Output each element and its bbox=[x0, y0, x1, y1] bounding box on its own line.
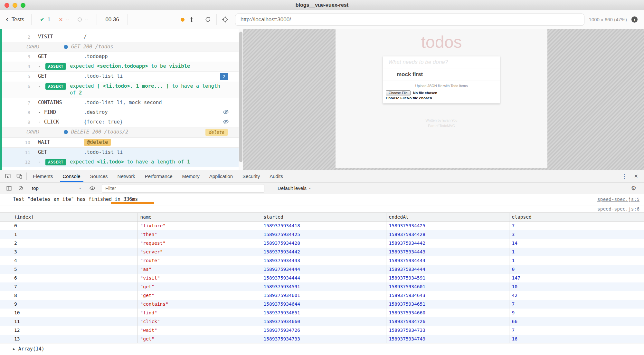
recording-dot-icon bbox=[181, 18, 185, 22]
column-header: elapsed bbox=[509, 213, 644, 222]
devtools-tabbar: ElementsConsoleSourcesNetworkPerformance… bbox=[0, 170, 644, 182]
table-row: 13"get"1589375934733158937593474916 bbox=[0, 335, 644, 343]
command-row[interactable]: (XHR)GET 200 /todos bbox=[2, 42, 239, 52]
command-row[interactable]: 8- FIND.destroy bbox=[2, 108, 239, 117]
log-levels-selector[interactable]: Default levels ▾ bbox=[278, 185, 311, 191]
devtools-close-button[interactable]: ✕ bbox=[631, 173, 644, 179]
tab-elements[interactable]: Elements bbox=[28, 170, 58, 182]
console-toolbar: top ▾ Default levels ▾ ⚙ bbox=[0, 182, 644, 194]
tab-audits[interactable]: Audits bbox=[265, 170, 288, 182]
line-number: 3 bbox=[2, 53, 30, 60]
xhr-description: DELETE 200 /todos/2 bbox=[71, 129, 128, 135]
command-args: @delete bbox=[84, 139, 239, 146]
table-row: 9"contains"158937593464415893759346517 bbox=[0, 300, 644, 309]
url-input[interactable] bbox=[235, 14, 584, 26]
choose-file-button[interactable]: Choose File bbox=[386, 90, 411, 95]
console-output: Test "deletes an ite" has finished in 33… bbox=[0, 194, 644, 355]
file-status-label: No file chosen bbox=[413, 91, 437, 95]
line-number: 8 bbox=[2, 109, 30, 116]
console-sidebar-toggle[interactable] bbox=[3, 182, 15, 194]
inspect-element-button[interactable] bbox=[2, 170, 14, 182]
orange-highlight-marker bbox=[111, 202, 154, 204]
hidden-eye-icon bbox=[223, 119, 229, 125]
auto-scroll-indicator[interactable] bbox=[176, 16, 199, 23]
command-row[interactable]: 9- CLICK{force: true} bbox=[2, 117, 239, 127]
file-input-line[interactable]: Choose FileNo file chosen bbox=[383, 96, 500, 103]
todo-list-item[interactable]: mock first bbox=[383, 68, 500, 81]
cell-endedAt: 1589375934444 bbox=[386, 256, 509, 265]
chevron-down-icon: ▾ bbox=[79, 187, 81, 190]
cell-index: 11 bbox=[0, 317, 137, 326]
tab-security[interactable]: Security bbox=[238, 170, 265, 182]
reporter-scrollbar[interactable] bbox=[239, 29, 243, 170]
cell-endedAt: 1589375934425 bbox=[386, 222, 509, 230]
refresh-button[interactable] bbox=[199, 10, 216, 29]
tab-performance[interactable]: Performance bbox=[140, 170, 177, 182]
console-filter-input[interactable] bbox=[102, 184, 264, 192]
clear-icon bbox=[18, 185, 24, 191]
window-title: blogs__vue-vuex-rest bbox=[0, 0, 644, 10]
command-row[interactable]: 10WAIT@delete bbox=[2, 137, 239, 147]
device-toolbar-button[interactable] bbox=[14, 170, 25, 182]
console-message-row: Test "deletes an ite" has finished in 33… bbox=[0, 194, 644, 205]
chevron-left-icon: ‹ bbox=[6, 15, 9, 23]
crosshair-icon bbox=[222, 16, 229, 23]
command-row[interactable]: 5GET.todo-list li2 bbox=[2, 71, 239, 82]
route-alias-badge: delete bbox=[205, 129, 228, 136]
command-row[interactable]: 2VISIT/ bbox=[2, 32, 239, 42]
command-row[interactable]: 7CONTAINS.todo-list li, mock second bbox=[2, 98, 239, 108]
tab-sources[interactable]: Sources bbox=[85, 170, 113, 182]
cell-index: 9 bbox=[0, 300, 137, 309]
source-link[interactable]: speed-spec.js:6 bbox=[597, 206, 641, 212]
console-settings-gear-icon[interactable]: ⚙ bbox=[631, 185, 641, 192]
info-icon[interactable]: i bbox=[631, 16, 638, 23]
cell-endedAt: 1589375934651 bbox=[386, 300, 509, 309]
command-row[interactable]: 3GET.todoapp bbox=[2, 52, 239, 62]
cell-elapsed: 7 bbox=[509, 222, 644, 230]
command-row[interactable]: 11GET.todo-list li bbox=[2, 147, 239, 157]
passed-stat: ✔ 1 bbox=[40, 16, 50, 23]
live-expression-button[interactable] bbox=[86, 182, 98, 194]
zoom-window-button[interactable] bbox=[21, 3, 25, 8]
cell-endedAt: 1589375934442 bbox=[386, 239, 509, 248]
scroll-arrow-icon bbox=[188, 16, 195, 23]
cell-elapsed: 66 bbox=[509, 317, 644, 326]
cell-name: "route" bbox=[137, 256, 261, 265]
source-link[interactable]: speed-spec.js:5 bbox=[597, 197, 641, 202]
devtools-menu-button[interactable]: ⋮ bbox=[618, 173, 631, 180]
back-to-tests-button[interactable]: ‹ Tests bbox=[6, 16, 31, 23]
table-row: 3"server"158937593444215893759344431 bbox=[0, 248, 644, 256]
cell-index: 1 bbox=[0, 230, 137, 239]
tab-application[interactable]: Application bbox=[204, 170, 238, 182]
array-preview-toggle[interactable]: ▶ Array(14) bbox=[0, 343, 644, 352]
scrollbar-thumb[interactable] bbox=[239, 32, 242, 162]
cell-endedAt: 1589375934749 bbox=[386, 335, 509, 343]
cell-name: "server" bbox=[137, 248, 261, 256]
cell-name: "get" bbox=[137, 282, 261, 291]
command-name: - FIND bbox=[30, 109, 84, 116]
cell-started: 1589375934418 bbox=[261, 222, 386, 230]
command-row[interactable]: (XHR)DELETE 200 /todos/2delete bbox=[2, 127, 239, 137]
selector-playground-button[interactable] bbox=[217, 10, 234, 29]
cell-index: 10 bbox=[0, 309, 137, 317]
clear-console-button[interactable] bbox=[15, 182, 26, 194]
tab-network[interactable]: Network bbox=[113, 170, 140, 182]
cell-name: "visit" bbox=[137, 274, 261, 282]
close-window-button[interactable] bbox=[5, 3, 9, 8]
back-label: Tests bbox=[12, 16, 24, 23]
child-dash: - bbox=[38, 63, 41, 70]
cell-started: 1589375934726 bbox=[261, 326, 386, 335]
cell-elapsed: 3 bbox=[509, 230, 644, 239]
devtools-tabs: ElementsConsoleSourcesNetworkPerformance… bbox=[28, 170, 288, 182]
minimize-window-button[interactable] bbox=[13, 3, 17, 8]
line-number: 6 bbox=[2, 83, 30, 90]
execution-context-selector[interactable]: top ▾ bbox=[29, 185, 83, 191]
command-row[interactable]: 6-ASSERTexpected [ <li.todo>, 1 more... … bbox=[2, 82, 239, 98]
cell-index: 4 bbox=[0, 256, 137, 265]
cell-elapsed: 7 bbox=[509, 300, 644, 309]
command-row[interactable]: 4-ASSERTexpected <section.todoapp> to be… bbox=[2, 62, 239, 71]
command-row[interactable]: 12-ASSERTexpected <li.todo> to have a le… bbox=[2, 157, 239, 167]
new-todo-input[interactable]: What needs to be done? bbox=[383, 56, 500, 68]
tab-memory[interactable]: Memory bbox=[177, 170, 204, 182]
tab-console[interactable]: Console bbox=[58, 170, 85, 182]
